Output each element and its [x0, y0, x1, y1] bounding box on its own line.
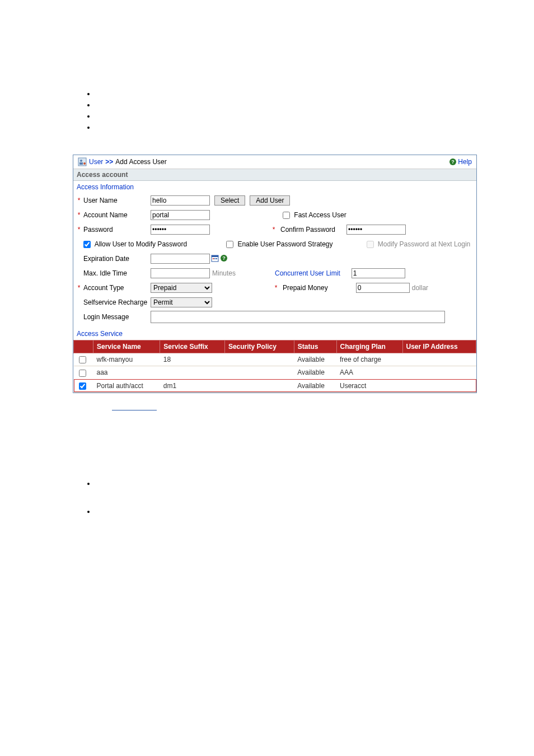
svg-rect-8	[213, 258, 214, 259]
cell-policy	[224, 366, 294, 379]
section-title: Access account	[73, 169, 476, 181]
enable-strategy-checkbox[interactable]	[226, 241, 233, 248]
svg-rect-9	[214, 258, 216, 259]
concurrent-label: Concurrent User Limit	[275, 269, 340, 277]
account-name-input[interactable]	[151, 210, 210, 220]
th-service-name[interactable]: Service Name	[93, 340, 160, 353]
cell-ip	[402, 353, 476, 366]
minutes-label: Minutes	[212, 269, 236, 277]
notes-list	[95, 479, 534, 524]
account-name-label: Account Name	[83, 211, 151, 219]
cell-ip	[402, 366, 476, 379]
required-star: *	[271, 226, 276, 234]
table-row[interactable]: aaa Available AAA	[74, 366, 476, 379]
access-service-title: Access Service	[73, 328, 476, 340]
password-input[interactable]	[151, 225, 210, 235]
user-name-label: User Name	[83, 197, 151, 204]
modify-next-group: Modify Password at Next Login	[367, 240, 471, 248]
modify-next-checkbox[interactable]	[367, 241, 374, 248]
cell-policy	[224, 379, 294, 392]
svg-rect-2	[79, 162, 83, 165]
cell-suffix: dm1	[160, 379, 225, 392]
user-name-input[interactable]	[151, 195, 210, 206]
help-label: Help	[458, 158, 472, 166]
expiration-label: Expiration Date	[83, 255, 151, 263]
confirm-password-label: Confirm Password	[280, 226, 335, 234]
row-checkbox[interactable]	[79, 370, 86, 377]
account-type-select[interactable]: Prepaid	[151, 283, 212, 293]
cell-status: Available	[294, 366, 336, 379]
cell-service-name: wfk-manyou	[93, 353, 160, 366]
link-underline	[112, 409, 157, 410]
th-charging-plan[interactable]: Charging Plan	[336, 340, 402, 353]
svg-point-1	[80, 160, 82, 162]
breadcrumb-current: Add Access User	[115, 158, 166, 166]
add-user-button[interactable]: Add User	[250, 195, 290, 206]
list-item	[95, 112, 534, 121]
breadcrumb-sep: >>	[105, 158, 113, 166]
concurrent-input[interactable]	[352, 268, 405, 278]
th-checkbox	[74, 340, 93, 353]
fast-access-label: Fast Access User	[294, 211, 346, 219]
prepaid-money-input[interactable]	[356, 283, 410, 293]
list-item	[95, 123, 534, 132]
max-idle-label: Max. Idle Time	[83, 269, 151, 277]
access-service-table: Service Name Service Suffix Security Pol…	[73, 340, 476, 393]
cell-service-name: Portal auth/acct	[93, 379, 160, 392]
svg-point-3	[83, 162, 86, 165]
svg-text:?: ?	[222, 255, 226, 261]
prepaid-money-label: Prepaid Money	[283, 284, 328, 292]
fast-access-checkbox[interactable]	[283, 212, 290, 219]
help-icon: ?	[449, 158, 457, 166]
cell-ip	[402, 379, 476, 392]
dollar-label: dollar	[412, 284, 428, 292]
confirm-password-input[interactable]	[346, 225, 406, 235]
cell-status: Available	[294, 379, 336, 392]
breadcrumb-root[interactable]: User	[89, 158, 103, 166]
list-item	[95, 507, 534, 524]
help-link[interactable]: ? Help	[449, 158, 472, 166]
required-star: *	[274, 284, 278, 292]
calendar-icon[interactable]	[211, 254, 219, 264]
selfservice-select[interactable]: Permit	[151, 297, 212, 307]
cell-plan: Useracct	[336, 379, 402, 392]
cell-status: Available	[294, 353, 336, 366]
th-user-ip[interactable]: User IP Address	[402, 340, 476, 353]
login-msg-input[interactable]	[151, 311, 445, 323]
required-star: *	[77, 284, 81, 292]
svg-text:?: ?	[452, 159, 455, 165]
allow-modify-checkbox[interactable]	[83, 241, 91, 248]
cell-suffix: 18	[160, 353, 225, 366]
intro-bullet-list	[95, 90, 534, 132]
enable-strategy-group: Enable User Password Strategy	[226, 240, 332, 248]
allow-modify-group: Allow User to Modify Password	[83, 240, 187, 248]
max-idle-input[interactable]	[151, 268, 210, 278]
expiration-input[interactable]	[151, 254, 210, 264]
required-star: *	[77, 226, 81, 234]
access-information-form: * User Name Select Add User * Account Na…	[73, 193, 476, 328]
select-button[interactable]: Select	[214, 195, 245, 206]
row-checkbox[interactable]	[79, 356, 86, 363]
required-star: *	[77, 197, 81, 204]
svg-rect-7	[212, 255, 218, 257]
allow-modify-label: Allow User to Modify Password	[95, 240, 187, 248]
table-row[interactable]: Portal auth/acct dm1 Available Useracct	[74, 379, 476, 392]
cell-suffix	[160, 366, 225, 379]
add-access-user-panel: User >> Add Access User ? Help Access ac…	[73, 155, 477, 393]
modify-next-label: Modify Password at Next Login	[378, 240, 470, 248]
table-row[interactable]: wfk-manyou 18 Available free of charge	[74, 353, 476, 366]
th-service-suffix[interactable]: Service Suffix	[160, 340, 225, 353]
required-star: *	[77, 211, 81, 219]
help-icon[interactable]: ?	[220, 254, 228, 264]
breadcrumb-bar: User >> Add Access User ? Help	[73, 155, 476, 169]
th-status[interactable]: Status	[294, 340, 336, 353]
selfservice-label: Selfservice Recharge	[83, 298, 151, 306]
cell-policy	[224, 353, 294, 366]
th-security-policy[interactable]: Security Policy	[224, 340, 294, 353]
login-msg-label: Login Message	[83, 313, 151, 321]
svg-rect-10	[216, 258, 217, 259]
cell-plan: AAA	[336, 366, 402, 379]
fast-access-group: Fast Access User	[283, 211, 346, 219]
row-checkbox[interactable]	[79, 382, 86, 390]
enable-strategy-label: Enable User Password Strategy	[237, 240, 332, 248]
